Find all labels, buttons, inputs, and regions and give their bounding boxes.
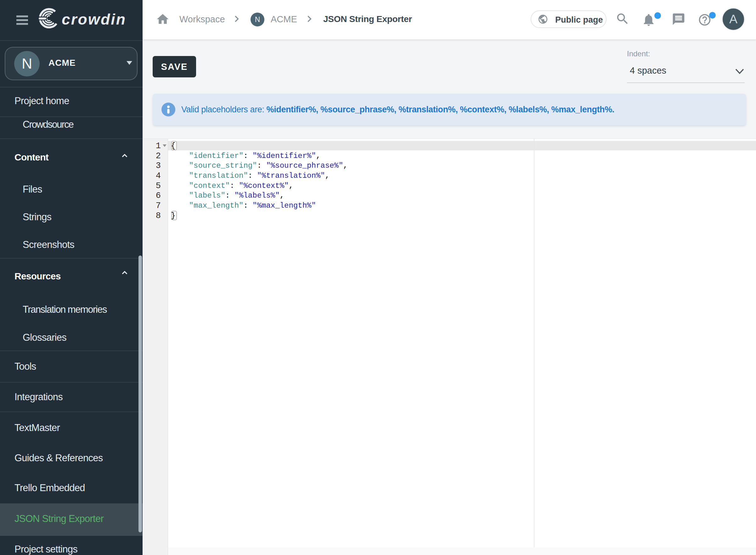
svg-text:crowdin: crowdin: [62, 11, 126, 28]
